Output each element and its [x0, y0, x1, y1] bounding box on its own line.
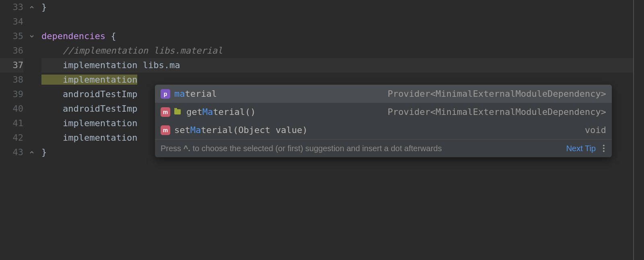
line-number: 36: [0, 44, 23, 58]
fold-close-icon[interactable]: [29, 4, 35, 10]
line-number: 35: [0, 29, 23, 44]
fold-close-icon[interactable]: [29, 150, 35, 155]
line-number: 40: [0, 102, 23, 116]
line-number: 38: [0, 73, 23, 87]
fold-column[interactable]: [27, 0, 41, 260]
folder-icon: [174, 109, 181, 114]
property-icon: p: [161, 89, 170, 99]
completion-item[interactable]: mgetMaterial()Provider<MinimalExternalMo…: [155, 103, 612, 121]
line-number: 39: [0, 87, 23, 102]
method-icon: m: [161, 125, 170, 135]
completion-item-label: getMaterial(): [186, 107, 256, 117]
code-line[interactable]: [41, 15, 633, 29]
line-number: 43: [0, 145, 23, 160]
completion-hint: Press ^. to choose the selected (or firs…: [161, 144, 561, 153]
next-tip-link[interactable]: Next Tip: [566, 144, 596, 153]
line-number: 34: [0, 15, 23, 29]
line-number-gutter: 3334353637383940414243: [0, 0, 27, 260]
line-number: 37: [0, 58, 23, 73]
completion-item[interactable]: pmaterialProvider<MinimalExternalModuleD…: [155, 85, 612, 103]
completion-popup[interactable]: pmaterialProvider<MinimalExternalModuleD…: [155, 85, 612, 157]
line-number: 33: [0, 0, 23, 15]
fold-open-icon[interactable]: [29, 33, 35, 39]
more-options-icon[interactable]: [601, 145, 606, 152]
code-line[interactable]: dependencies {: [41, 29, 633, 44]
code-line[interactable]: //implementation libs.material: [41, 44, 633, 58]
line-number: 41: [0, 116, 23, 131]
line-number: 42: [0, 131, 23, 145]
code-line[interactable]: implementation libs.ma: [41, 58, 633, 73]
completion-item-label: material: [174, 89, 217, 99]
completion-popup-footer: Press ^. to choose the selected (or firs…: [155, 139, 612, 157]
code-line[interactable]: }: [41, 0, 633, 15]
completion-item[interactable]: msetMaterial(Object value)void: [155, 121, 612, 139]
completion-item-type: Provider<MinimalExternalModuleDependency…: [388, 89, 606, 99]
completion-item-type: void: [585, 125, 606, 135]
completion-item-type: Provider<MinimalExternalModuleDependency…: [388, 107, 606, 117]
method-icon: m: [161, 107, 170, 117]
completion-item-label: setMaterial(Object value): [174, 125, 308, 135]
